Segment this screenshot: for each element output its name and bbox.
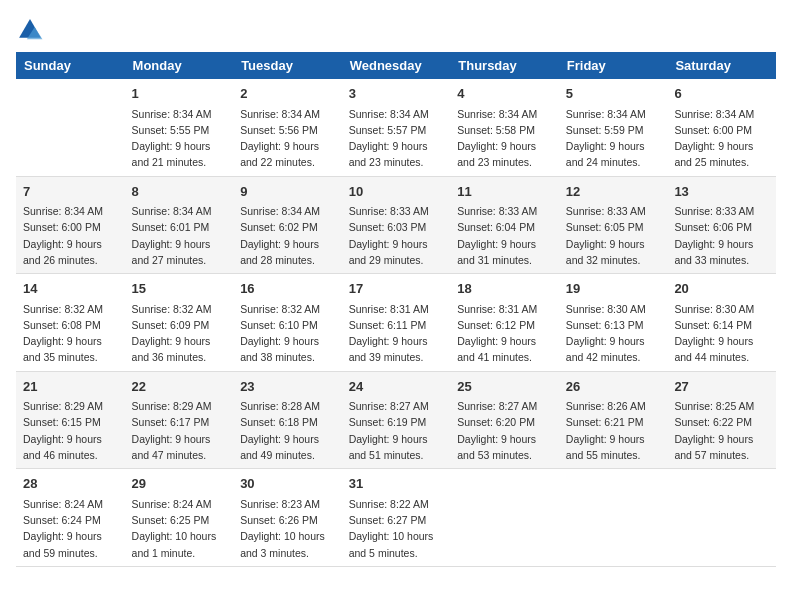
day-detail: Sunrise: 8:33 AMSunset: 6:04 PMDaylight:… — [457, 203, 552, 268]
day-detail: Sunrise: 8:23 AMSunset: 6:26 PMDaylight:… — [240, 496, 335, 561]
day-number: 28 — [23, 474, 118, 494]
day-detail: Sunrise: 8:34 AMSunset: 5:55 PMDaylight:… — [132, 106, 227, 171]
day-detail: Sunrise: 8:31 AMSunset: 6:12 PMDaylight:… — [457, 301, 552, 366]
day-number: 30 — [240, 474, 335, 494]
day-detail: Sunrise: 8:33 AMSunset: 6:05 PMDaylight:… — [566, 203, 661, 268]
calendar-cell: 9Sunrise: 8:34 AMSunset: 6:02 PMDaylight… — [233, 176, 342, 274]
day-number: 20 — [674, 279, 769, 299]
day-detail: Sunrise: 8:34 AMSunset: 6:00 PMDaylight:… — [23, 203, 118, 268]
day-detail: Sunrise: 8:24 AMSunset: 6:25 PMDaylight:… — [132, 496, 227, 561]
day-number: 25 — [457, 377, 552, 397]
day-number: 16 — [240, 279, 335, 299]
calendar-cell: 18Sunrise: 8:31 AMSunset: 6:12 PMDayligh… — [450, 274, 559, 372]
day-detail: Sunrise: 8:32 AMSunset: 6:09 PMDaylight:… — [132, 301, 227, 366]
day-number: 12 — [566, 182, 661, 202]
calendar-header-row: SundayMondayTuesdayWednesdayThursdayFrid… — [16, 52, 776, 79]
day-number: 17 — [349, 279, 444, 299]
day-number: 21 — [23, 377, 118, 397]
day-number: 7 — [23, 182, 118, 202]
day-detail: Sunrise: 8:34 AMSunset: 6:01 PMDaylight:… — [132, 203, 227, 268]
calendar-table: SundayMondayTuesdayWednesdayThursdayFrid… — [16, 52, 776, 567]
day-number: 5 — [566, 84, 661, 104]
calendar-cell: 13Sunrise: 8:33 AMSunset: 6:06 PMDayligh… — [667, 176, 776, 274]
day-detail: Sunrise: 8:24 AMSunset: 6:24 PMDaylight:… — [23, 496, 118, 561]
week-row-5: 28Sunrise: 8:24 AMSunset: 6:24 PMDayligh… — [16, 469, 776, 567]
day-number: 13 — [674, 182, 769, 202]
calendar-cell: 17Sunrise: 8:31 AMSunset: 6:11 PMDayligh… — [342, 274, 451, 372]
logo — [16, 16, 50, 44]
day-number: 11 — [457, 182, 552, 202]
day-detail: Sunrise: 8:33 AMSunset: 6:03 PMDaylight:… — [349, 203, 444, 268]
header-wednesday: Wednesday — [342, 52, 451, 79]
calendar-cell: 16Sunrise: 8:32 AMSunset: 6:10 PMDayligh… — [233, 274, 342, 372]
calendar-cell: 23Sunrise: 8:28 AMSunset: 6:18 PMDayligh… — [233, 371, 342, 469]
header-tuesday: Tuesday — [233, 52, 342, 79]
day-detail: Sunrise: 8:31 AMSunset: 6:11 PMDaylight:… — [349, 301, 444, 366]
day-number: 4 — [457, 84, 552, 104]
day-number: 2 — [240, 84, 335, 104]
calendar-cell: 29Sunrise: 8:24 AMSunset: 6:25 PMDayligh… — [125, 469, 234, 567]
calendar-cell: 15Sunrise: 8:32 AMSunset: 6:09 PMDayligh… — [125, 274, 234, 372]
week-row-3: 14Sunrise: 8:32 AMSunset: 6:08 PMDayligh… — [16, 274, 776, 372]
calendar-cell — [450, 469, 559, 567]
day-detail: Sunrise: 8:34 AMSunset: 5:57 PMDaylight:… — [349, 106, 444, 171]
day-number: 18 — [457, 279, 552, 299]
day-number: 6 — [674, 84, 769, 104]
calendar-cell: 8Sunrise: 8:34 AMSunset: 6:01 PMDaylight… — [125, 176, 234, 274]
calendar-cell — [667, 469, 776, 567]
day-detail: Sunrise: 8:29 AMSunset: 6:17 PMDaylight:… — [132, 398, 227, 463]
day-detail: Sunrise: 8:27 AMSunset: 6:19 PMDaylight:… — [349, 398, 444, 463]
calendar-cell: 2Sunrise: 8:34 AMSunset: 5:56 PMDaylight… — [233, 79, 342, 176]
calendar-cell: 28Sunrise: 8:24 AMSunset: 6:24 PMDayligh… — [16, 469, 125, 567]
calendar-cell: 19Sunrise: 8:30 AMSunset: 6:13 PMDayligh… — [559, 274, 668, 372]
logo-icon — [16, 16, 44, 44]
day-number: 27 — [674, 377, 769, 397]
day-detail: Sunrise: 8:30 AMSunset: 6:14 PMDaylight:… — [674, 301, 769, 366]
calendar-cell: 22Sunrise: 8:29 AMSunset: 6:17 PMDayligh… — [125, 371, 234, 469]
day-detail: Sunrise: 8:33 AMSunset: 6:06 PMDaylight:… — [674, 203, 769, 268]
day-number: 23 — [240, 377, 335, 397]
page-header — [16, 16, 776, 44]
calendar-cell: 4Sunrise: 8:34 AMSunset: 5:58 PMDaylight… — [450, 79, 559, 176]
header-monday: Monday — [125, 52, 234, 79]
calendar-cell: 1Sunrise: 8:34 AMSunset: 5:55 PMDaylight… — [125, 79, 234, 176]
header-sunday: Sunday — [16, 52, 125, 79]
day-detail: Sunrise: 8:32 AMSunset: 6:10 PMDaylight:… — [240, 301, 335, 366]
calendar-cell: 10Sunrise: 8:33 AMSunset: 6:03 PMDayligh… — [342, 176, 451, 274]
calendar-cell — [16, 79, 125, 176]
day-detail: Sunrise: 8:34 AMSunset: 6:00 PMDaylight:… — [674, 106, 769, 171]
day-detail: Sunrise: 8:30 AMSunset: 6:13 PMDaylight:… — [566, 301, 661, 366]
calendar-cell: 7Sunrise: 8:34 AMSunset: 6:00 PMDaylight… — [16, 176, 125, 274]
calendar-cell: 30Sunrise: 8:23 AMSunset: 6:26 PMDayligh… — [233, 469, 342, 567]
day-number: 24 — [349, 377, 444, 397]
header-thursday: Thursday — [450, 52, 559, 79]
day-detail: Sunrise: 8:34 AMSunset: 5:58 PMDaylight:… — [457, 106, 552, 171]
day-detail: Sunrise: 8:34 AMSunset: 5:56 PMDaylight:… — [240, 106, 335, 171]
day-number: 31 — [349, 474, 444, 494]
day-number: 1 — [132, 84, 227, 104]
day-detail: Sunrise: 8:34 AMSunset: 6:02 PMDaylight:… — [240, 203, 335, 268]
calendar-cell: 25Sunrise: 8:27 AMSunset: 6:20 PMDayligh… — [450, 371, 559, 469]
calendar-cell: 14Sunrise: 8:32 AMSunset: 6:08 PMDayligh… — [16, 274, 125, 372]
day-detail: Sunrise: 8:27 AMSunset: 6:20 PMDaylight:… — [457, 398, 552, 463]
day-number: 3 — [349, 84, 444, 104]
calendar-cell: 5Sunrise: 8:34 AMSunset: 5:59 PMDaylight… — [559, 79, 668, 176]
day-number: 10 — [349, 182, 444, 202]
calendar-cell: 11Sunrise: 8:33 AMSunset: 6:04 PMDayligh… — [450, 176, 559, 274]
day-detail: Sunrise: 8:28 AMSunset: 6:18 PMDaylight:… — [240, 398, 335, 463]
calendar-cell: 21Sunrise: 8:29 AMSunset: 6:15 PMDayligh… — [16, 371, 125, 469]
day-detail: Sunrise: 8:22 AMSunset: 6:27 PMDaylight:… — [349, 496, 444, 561]
day-number: 15 — [132, 279, 227, 299]
day-number: 29 — [132, 474, 227, 494]
calendar-cell: 31Sunrise: 8:22 AMSunset: 6:27 PMDayligh… — [342, 469, 451, 567]
week-row-2: 7Sunrise: 8:34 AMSunset: 6:00 PMDaylight… — [16, 176, 776, 274]
calendar-cell: 27Sunrise: 8:25 AMSunset: 6:22 PMDayligh… — [667, 371, 776, 469]
day-number: 22 — [132, 377, 227, 397]
day-detail: Sunrise: 8:34 AMSunset: 5:59 PMDaylight:… — [566, 106, 661, 171]
header-friday: Friday — [559, 52, 668, 79]
calendar-cell: 24Sunrise: 8:27 AMSunset: 6:19 PMDayligh… — [342, 371, 451, 469]
calendar-cell: 26Sunrise: 8:26 AMSunset: 6:21 PMDayligh… — [559, 371, 668, 469]
day-detail: Sunrise: 8:26 AMSunset: 6:21 PMDaylight:… — [566, 398, 661, 463]
header-saturday: Saturday — [667, 52, 776, 79]
calendar-cell: 3Sunrise: 8:34 AMSunset: 5:57 PMDaylight… — [342, 79, 451, 176]
